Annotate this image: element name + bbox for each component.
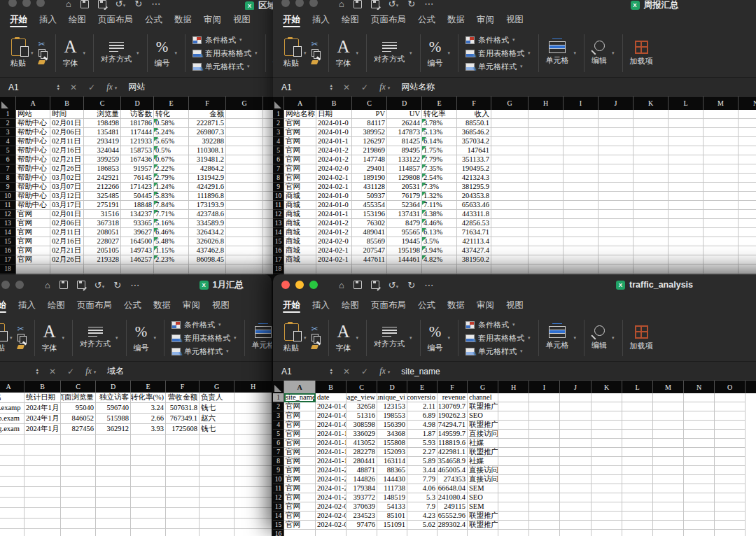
cell-E1[interactable]: 转化率(%)	[131, 393, 166, 403]
cell-G2[interactable]: 联盟推广	[468, 402, 498, 411]
cell-G10[interactable]	[226, 192, 263, 201]
cell-D7[interactable]: 152093	[377, 448, 407, 457]
cell-K9[interactable]	[634, 183, 668, 192]
cell-J4[interactable]	[560, 421, 592, 430]
cell-J7[interactable]	[560, 448, 592, 457]
cell-M16[interactable]	[704, 246, 738, 255]
cancel-entry-icon[interactable]: ✕	[343, 83, 350, 92]
cell-K2[interactable]	[634, 119, 668, 128]
addins-button[interactable]: 加载项	[630, 41, 653, 66]
cell-A9[interactable]: 帮助中心	[16, 183, 50, 192]
cell-M10[interactable]	[704, 192, 738, 201]
cell-H2[interactable]	[498, 402, 529, 411]
more-actions-icon[interactable]: ⋯	[151, 0, 160, 8]
paste-button[interactable]: 粘贴	[284, 38, 299, 69]
cell-E4[interactable]: 3.93	[131, 424, 166, 435]
cell-G6[interactable]: 社媒	[468, 439, 498, 448]
cell-I16[interactable]	[529, 530, 560, 536]
cell-H3[interactable]	[498, 411, 529, 421]
cell-H8[interactable]	[528, 174, 564, 183]
format-painter-icon[interactable]	[312, 57, 321, 64]
cell-F10[interactable]: 274353	[438, 475, 468, 484]
cell-F9[interactable]: 424291.6	[189, 183, 226, 192]
cell-C10[interactable]: 144826	[346, 475, 377, 484]
cell-G7[interactable]	[200, 456, 234, 466]
cell-G14[interactable]	[226, 228, 263, 237]
cell-H11[interactable]	[234, 498, 272, 508]
cell-N7[interactable]	[684, 448, 715, 457]
cell-F12[interactable]: 423748.6	[189, 210, 226, 219]
cell-J13[interactable]	[560, 502, 592, 512]
cell-B9[interactable]: 03月07日	[50, 183, 84, 192]
cell-C15[interactable]: 85569	[352, 237, 387, 246]
cell-C11[interactable]	[61, 498, 96, 508]
conditional-format-button[interactable]: 条件格式 ▾	[172, 320, 237, 330]
cell-A18[interactable]	[16, 265, 50, 274]
cell-N4[interactable]	[738, 137, 756, 146]
cell-M10[interactable]	[653, 475, 684, 484]
cell-F14[interactable]: 65552.96	[438, 512, 468, 521]
cell-A13[interactable]	[0, 519, 24, 529]
cell-A16[interactable]	[284, 530, 316, 536]
cell-J2[interactable]	[598, 119, 634, 128]
row-header-11[interactable]: 11	[273, 201, 284, 210]
tab-review[interactable]: 审阅	[477, 14, 494, 29]
row-header-1[interactable]: 1	[273, 110, 284, 119]
cell-C7[interactable]: 282278	[346, 448, 377, 457]
column-header-F[interactable]: F	[438, 381, 468, 393]
cell-E13[interactable]: 7.9	[407, 502, 438, 512]
cell-C9[interactable]: 48871	[346, 466, 377, 475]
cell-N12[interactable]	[684, 493, 715, 502]
cell-L9[interactable]	[622, 466, 653, 475]
cell-C3[interactable]: 135481	[84, 128, 121, 137]
cell-F11[interactable]	[166, 498, 200, 508]
cell-B5[interactable]	[24, 435, 61, 445]
cell-G18[interactable]	[491, 265, 528, 274]
cell-D18[interactable]	[121, 265, 154, 274]
cell-C2[interactable]: 198498	[84, 119, 121, 128]
cell-N6[interactable]	[738, 155, 756, 164]
cell-M16[interactable]	[653, 530, 684, 536]
cell-F9[interactable]: 465005.4	[438, 466, 468, 475]
cell-E6[interactable]	[131, 445, 166, 456]
cell-J6[interactable]	[598, 155, 634, 164]
cell-C18[interactable]	[352, 265, 387, 274]
cell-K10[interactable]	[592, 475, 622, 484]
addins-button[interactable]: 加载项	[630, 325, 653, 351]
column-header-F[interactable]: F	[166, 381, 200, 393]
cell-G5[interactable]	[491, 146, 528, 155]
column-header-H[interactable]: H	[528, 97, 564, 110]
cell-F13[interactable]	[166, 519, 200, 529]
cell-O16[interactable]	[715, 530, 746, 536]
alignment-button[interactable]: 对齐方式	[374, 42, 405, 65]
cell-B6[interactable]: 2024-01-2	[316, 155, 352, 164]
cell-H8[interactable]	[234, 466, 272, 477]
cell-C4[interactable]: 308598	[346, 421, 377, 430]
cell-B17[interactable]: 02月26日	[50, 255, 84, 265]
cell-I3[interactable]	[564, 128, 598, 137]
cell-O13[interactable]	[715, 502, 746, 512]
cell-F14[interactable]: 326434.2	[189, 228, 226, 237]
column-header-B[interactable]: B	[316, 381, 346, 393]
cell-H10[interactable]	[234, 487, 272, 498]
column-header-B[interactable]: B	[50, 97, 84, 110]
cell-B11[interactable]: 03月17日	[50, 201, 84, 210]
cell-O3[interactable]	[715, 411, 746, 421]
cell-L10[interactable]	[622, 475, 653, 484]
cell-A16[interactable]: 商城	[284, 246, 316, 255]
cell-I15[interactable]	[529, 521, 560, 530]
cell-G2[interactable]	[491, 119, 528, 128]
cell-J12[interactable]	[598, 210, 634, 219]
confirm-entry-icon[interactable]: ✓	[361, 83, 368, 92]
cell-B1[interactable]: 统计日期	[24, 393, 61, 403]
cell-G8[interactable]	[491, 174, 528, 183]
cell-D5[interactable]: 158753	[121, 146, 154, 155]
column-header-B[interactable]: B	[316, 97, 352, 110]
name-box-spinner-icon[interactable]: ▲▼	[330, 368, 333, 374]
tab-insert[interactable]: 插入	[312, 14, 330, 29]
cell-E1[interactable]: 转化率	[422, 110, 457, 119]
cell-D16[interactable]	[377, 530, 407, 536]
column-header-C[interactable]: C	[346, 381, 377, 393]
cell-L7[interactable]	[668, 164, 704, 174]
cell-D3[interactable]: 515988	[96, 414, 131, 424]
